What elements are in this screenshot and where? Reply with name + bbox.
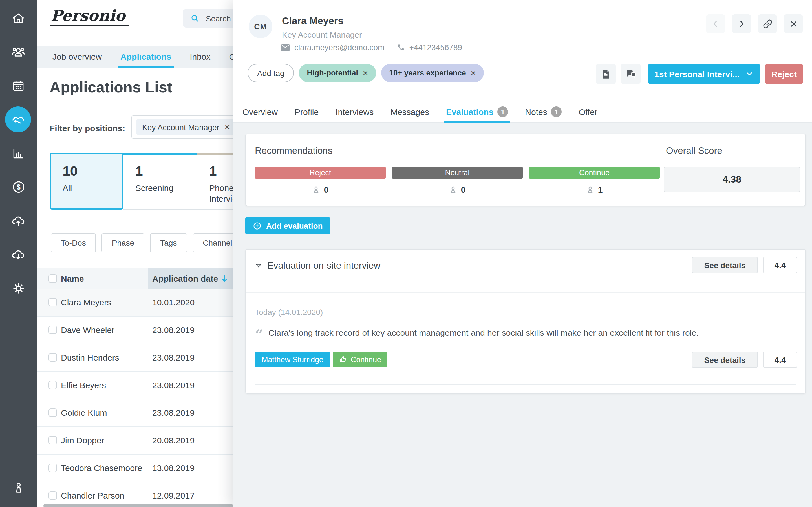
sidebar-item-payroll[interactable]: $ (0, 173, 37, 201)
evaluation-card: Evaluation on-site interview See details… (245, 249, 806, 394)
sidebar-item-calendar[interactable] (0, 72, 37, 99)
sidebar-item-cloud-upload[interactable] (0, 207, 37, 234)
stage-label: 1st Personal Intervi... (654, 69, 740, 78)
see-details-button[interactable]: See details (692, 257, 758, 273)
sidebar-item-cloud-download[interactable] (0, 241, 37, 268)
add-evaluation-button[interactable]: Add evaluation (245, 217, 330, 234)
tag-label: High-potential (307, 69, 358, 77)
stat-card-all[interactable]: 10 All (50, 153, 123, 210)
remove-tag-icon[interactable]: ✕ (363, 69, 368, 77)
previous-candidate-button[interactable] (706, 14, 725, 33)
cloud-download-icon (11, 247, 26, 262)
sidebar-item-employees[interactable] (0, 38, 37, 65)
application-date: 23.08.2019 (152, 408, 195, 417)
candidate-email[interactable]: clara.meyers@demo.com (294, 43, 384, 52)
tab-interviews[interactable]: Interviews (336, 101, 373, 122)
cloud-upload-icon (11, 213, 26, 228)
messages-button[interactable] (621, 64, 641, 84)
evaluation-score: 4.4 (763, 257, 797, 273)
overall-score-value: 4.38 (664, 167, 800, 192)
next-candidate-button[interactable] (732, 14, 751, 33)
horizontal-scrollbar[interactable] (43, 504, 233, 507)
caret-down-icon (255, 262, 262, 269)
chevron-left-icon (711, 19, 720, 28)
stat-count: 10 (63, 163, 122, 179)
screen: $ Personio Search fo Job overview Applic… (0, 0, 812, 507)
sidebar-item-settings[interactable] (0, 275, 37, 302)
sidebar-item-account[interactable] (0, 474, 37, 501)
evaluation-quote-row: “ Clara's long track record of key accou… (255, 326, 699, 340)
candidate-name: Elfie Beyers (61, 380, 106, 390)
overall-score-title: Overall Score (666, 145, 722, 156)
remove-tag-icon[interactable]: ✕ (470, 69, 476, 77)
tab-offer[interactable]: Offer (579, 101, 598, 122)
select-all-checkbox[interactable] (49, 274, 57, 283)
close-panel-button[interactable] (784, 14, 803, 33)
tab-label: Messages (391, 107, 429, 117)
tab-notes[interactable]: Notes1 (525, 101, 562, 122)
sidebar-item-home[interactable] (0, 4, 37, 32)
remove-position-icon[interactable]: ✕ (224, 123, 230, 131)
tab-overview[interactable]: Overview (243, 101, 278, 122)
personio-logo[interactable]: Personio (50, 7, 129, 26)
name-column-header[interactable]: Name (61, 274, 84, 283)
tag-experience[interactable]: 10+ years experience ✕ (381, 64, 484, 82)
copy-link-button[interactable] (758, 14, 777, 33)
candidate-tabs: Overview Profile Interviews Messages Eva… (234, 101, 812, 123)
row-checkbox[interactable] (49, 464, 57, 472)
neutral-bar: Neutral (392, 167, 523, 179)
row-checkbox[interactable] (49, 436, 57, 445)
position-chip-label: Key Account Manager (142, 122, 219, 131)
documents-button[interactable] (596, 64, 616, 84)
sort-desc-icon (221, 275, 227, 282)
tab-job-overview[interactable]: Job overview (50, 46, 105, 68)
link-icon (763, 19, 772, 29)
row-checkbox[interactable] (49, 326, 57, 334)
application-date: 23.08.2019 (152, 325, 195, 335)
phase-filter-button[interactable]: Phase (102, 233, 144, 252)
reject-button[interactable]: Reject (765, 64, 803, 84)
tab-label: Overview (243, 107, 278, 117)
tab-evaluations[interactable]: Evaluations1 (446, 101, 508, 122)
tab-applications[interactable]: Applications (117, 46, 174, 68)
see-details-button[interactable]: See details (692, 351, 758, 368)
evaluation-date: Today (14.01.2020) (255, 307, 323, 317)
sidebar-item-recruiting[interactable] (0, 106, 37, 133)
stat-label: All (63, 183, 114, 194)
candidate-contact: clara.meyers@demo.com +44123456789 (281, 43, 462, 52)
candidate-panel: CM Clara Meyers Key Account Manager clar… (234, 0, 812, 507)
tab-label: Offer (579, 107, 598, 117)
position-chip[interactable]: Key Account Manager ✕ (136, 119, 236, 135)
evaluations-tab-body: Recommendations Reject Neutral Continue … (234, 123, 812, 507)
date-column-header[interactable]: Application date (152, 274, 227, 283)
quote-icon: “ (255, 326, 263, 340)
candidate-name: Clara Meyers (61, 297, 111, 307)
tab-profile[interactable]: Profile (295, 101, 319, 122)
row-checkbox[interactable] (49, 381, 57, 389)
evaluation-author-chip[interactable]: Matthew Sturridge (255, 351, 330, 367)
row-checkbox[interactable] (49, 298, 57, 306)
envelope-icon (281, 44, 290, 51)
tab-inbox[interactable]: Inbox (187, 46, 213, 68)
row-checkbox[interactable] (49, 408, 57, 417)
candidate-phone[interactable]: +44123456789 (409, 43, 462, 52)
handshake-icon (11, 112, 26, 127)
calendar-icon (11, 78, 26, 93)
tab-messages[interactable]: Messages (391, 101, 429, 122)
tab-label: Interviews (336, 107, 373, 117)
recommendations-title: Recommendations (255, 145, 333, 156)
continue-count: 1 (529, 185, 660, 194)
row-checkbox[interactable] (49, 353, 57, 362)
sidebar-item-reports[interactable] (0, 140, 37, 167)
close-icon (789, 19, 798, 28)
sidebar: $ (0, 0, 37, 507)
tags-filter-button[interactable]: Tags (150, 233, 187, 252)
add-tag-button[interactable]: Add tag (248, 64, 294, 82)
evaluation-title-row[interactable]: Evaluation on-site interview (255, 260, 380, 271)
row-checkbox[interactable] (49, 491, 57, 500)
tag-high-potential[interactable]: High-potential ✕ (299, 64, 376, 82)
todos-filter-button[interactable]: To-Dos (51, 233, 96, 252)
filter-positions-label: Filter by positions: (50, 123, 125, 133)
stage-dropdown-button[interactable]: 1st Personal Intervi... (648, 64, 760, 84)
stat-card-screening[interactable]: 1 Screening (123, 153, 197, 210)
